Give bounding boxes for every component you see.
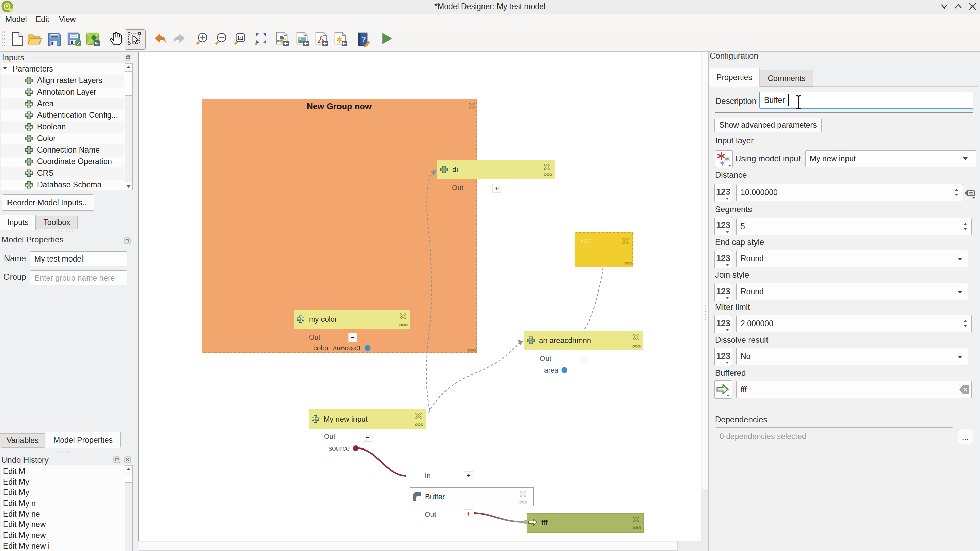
svg-text:?: ? xyxy=(361,35,366,44)
svg-text:1:1: 1:1 xyxy=(237,36,243,40)
